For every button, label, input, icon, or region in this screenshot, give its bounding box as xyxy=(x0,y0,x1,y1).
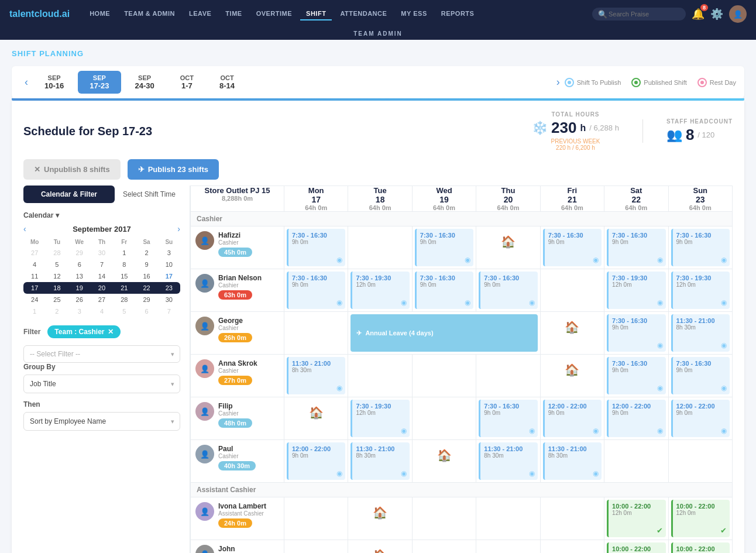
cal-day[interactable]: 8 xyxy=(113,259,135,270)
cal-day[interactable]: 27 xyxy=(91,294,113,305)
cal-day[interactable]: 3 xyxy=(68,305,91,317)
week-next-arrow[interactable]: › xyxy=(552,76,565,88)
shift-cell[interactable] xyxy=(540,497,604,540)
shift-cell[interactable]: 7:30 - 16:30 9h 0m ◉ xyxy=(604,355,668,397)
shift-cell[interactable] xyxy=(668,440,732,483)
shift-cell[interactable]: 🏠 xyxy=(284,397,348,440)
shift-cell[interactable]: 11:30 - 21:00 8h 30m ◉ xyxy=(284,355,348,397)
shift-cell[interactable] xyxy=(284,497,348,540)
shift-cell[interactable]: 12:00 - 22:00 9h 0m ◉ xyxy=(540,397,604,440)
unpublish-button[interactable]: ✕ Unpublish 8 shifts xyxy=(23,159,121,180)
cal-day[interactable]: 17 xyxy=(158,270,180,282)
cal-day[interactable]: 25 xyxy=(46,294,68,305)
shift-cell[interactable]: 12:00 - 22:00 9h 0m ◉ xyxy=(604,397,668,440)
week-item-0[interactable]: SEP 10-16 xyxy=(33,71,75,94)
cal-day[interactable]: 29 xyxy=(68,247,91,259)
cal-next-button[interactable]: › xyxy=(177,224,180,233)
calendar-toggle[interactable]: Calendar ▾ xyxy=(23,211,180,219)
shift-cell[interactable]: 🏠 xyxy=(540,355,604,397)
cal-day[interactable]: 9 xyxy=(135,259,157,270)
filter-tag-remove[interactable]: ✕ xyxy=(108,328,114,336)
scroll-wrap[interactable]: Store Outlet PJ 15 8,288h 0m Mon 17 64h … xyxy=(190,186,733,553)
shift-cell[interactable]: 10:00 - 22:00 12h 0m ✔ xyxy=(668,540,732,554)
cal-day-sel[interactable]: 19 xyxy=(68,282,91,294)
nav-team-admin[interactable]: TEAM & ADMIN xyxy=(118,8,181,20)
shift-cell[interactable]: 12:00 - 22:00 9h 0m ◉ xyxy=(668,397,732,440)
shift-cell[interactable]: 🏠 xyxy=(540,312,604,355)
shift-cell[interactable]: 7:30 - 19:30 12h 0m ◉ xyxy=(348,269,412,312)
publish-button[interactable]: ✈ Publish 23 shifts xyxy=(128,159,219,180)
shift-cell[interactable]: 11:30 - 21:00 8h 30m ◉ xyxy=(476,440,540,483)
calendar-filter-button[interactable]: Calendar & Filter xyxy=(23,186,115,203)
cal-day[interactable]: 4 xyxy=(91,305,113,317)
nav-overtime[interactable]: OVERTIME xyxy=(250,8,298,20)
shift-cell[interactable]: 7:30 - 19:30 12h 0m ◉ xyxy=(348,397,412,440)
shift-cell[interactable] xyxy=(412,355,476,397)
shift-cell[interactable] xyxy=(412,397,476,440)
nav-home[interactable]: HOME xyxy=(84,8,116,20)
filter-tag[interactable]: Team : Cashier ✕ xyxy=(47,325,120,338)
cal-day[interactable]: 28 xyxy=(113,294,135,305)
brand-logo[interactable]: talentcloud.ai xyxy=(9,9,70,19)
shift-cell[interactable] xyxy=(412,497,476,540)
cal-day[interactable]: 6 xyxy=(68,259,91,270)
cal-day[interactable]: 4 xyxy=(23,259,46,270)
nav-my-ess[interactable]: MY ESS xyxy=(395,8,432,20)
shift-cell[interactable] xyxy=(412,540,476,554)
cal-day[interactable]: 29 xyxy=(135,294,157,305)
cal-day[interactable]: 12 xyxy=(46,270,68,282)
shift-cell[interactable]: 7:30 - 16:30 9h 0m ◉ xyxy=(476,397,540,440)
cal-day[interactable]: 5 xyxy=(46,259,68,270)
cal-day[interactable]: 14 xyxy=(91,270,113,282)
shift-cell[interactable]: 7:30 - 16:30 9h 0m ◉ xyxy=(284,269,348,312)
week-item-4[interactable]: OCT 8-14 xyxy=(208,71,246,94)
shift-cell[interactable]: 7:30 - 16:30 9h 0m ◉ xyxy=(284,226,348,269)
shift-cell[interactable] xyxy=(284,312,348,355)
settings-icon[interactable]: ⚙️ xyxy=(710,8,723,20)
cal-day-sel[interactable]: 18 xyxy=(46,282,68,294)
shift-cell[interactable]: 12:00 - 22:00 9h 0m ◉ xyxy=(284,440,348,483)
cal-day[interactable]: 28 xyxy=(46,247,68,259)
select-filter[interactable]: -- Select Filter -- xyxy=(23,345,180,363)
shift-cell[interactable]: 7:30 - 16:30 9h 0m ◉ xyxy=(668,226,732,269)
shift-cell[interactable]: 🏠 xyxy=(412,440,476,483)
shift-cell[interactable]: 7:30 - 16:30 9h 0m ◉ xyxy=(540,226,604,269)
cal-day-sel[interactable]: 23 xyxy=(158,282,180,294)
select-shift-button[interactable]: Select Shift Time xyxy=(118,186,180,203)
cal-day-sel[interactable]: 20 xyxy=(91,282,113,294)
cal-day[interactable]: 7 xyxy=(158,305,180,317)
notification-bell[interactable]: 🔔8 xyxy=(692,8,705,20)
group-by-select[interactable]: Job Title xyxy=(23,375,180,393)
cal-prev-button[interactable]: ‹ xyxy=(23,224,26,233)
shift-cell[interactable]: 10:00 - 22:00 12h 0m ✔ xyxy=(668,497,732,540)
cal-day[interactable]: 1 xyxy=(113,247,135,259)
then-select[interactable]: Sort by Employee Name xyxy=(23,412,180,431)
shift-cell[interactable]: 11:30 - 21:00 8h 30m ◉ xyxy=(348,440,412,483)
week-item-1[interactable]: SEP 17-23 xyxy=(78,71,121,94)
shift-cell[interactable]: 🏠 xyxy=(476,226,540,269)
cal-day[interactable]: 5 xyxy=(113,305,135,317)
cal-day[interactable]: 10 xyxy=(158,259,180,270)
user-avatar[interactable]: 👤 xyxy=(729,5,747,23)
cal-day[interactable]: 3 xyxy=(158,247,180,259)
shift-cell[interactable]: 7:30 - 16:30 9h 0m ◉ xyxy=(668,355,732,397)
shift-cell[interactable] xyxy=(284,540,348,554)
shift-cell[interactable]: 11:30 - 21:00 8h 30m ◉ xyxy=(668,312,732,355)
shift-cell[interactable] xyxy=(348,355,412,397)
shift-cell[interactable]: 🏠 xyxy=(348,497,412,540)
shift-cell[interactable] xyxy=(540,540,604,554)
shift-cell[interactable]: 7:30 - 16:30 9h 0m ◉ xyxy=(412,269,476,312)
shift-cell[interactable] xyxy=(604,440,668,483)
nav-time[interactable]: TIME xyxy=(219,8,248,20)
cal-day[interactable]: 26 xyxy=(68,294,91,305)
shift-cell[interactable]: 7:30 - 16:30 9h 0m ◉ xyxy=(476,269,540,312)
cal-day[interactable]: 30 xyxy=(91,247,113,259)
nav-shift[interactable]: SHIFT xyxy=(300,8,332,20)
shift-cell[interactable] xyxy=(348,226,412,269)
shift-cell[interactable]: 7:30 - 19:30 12h 0m ◉ xyxy=(604,269,668,312)
cal-day[interactable]: 1 xyxy=(23,305,46,317)
shift-cell[interactable] xyxy=(476,540,540,554)
cal-day[interactable]: 27 xyxy=(23,247,46,259)
cal-day[interactable]: 2 xyxy=(135,247,157,259)
cal-day[interactable]: 13 xyxy=(68,270,91,282)
